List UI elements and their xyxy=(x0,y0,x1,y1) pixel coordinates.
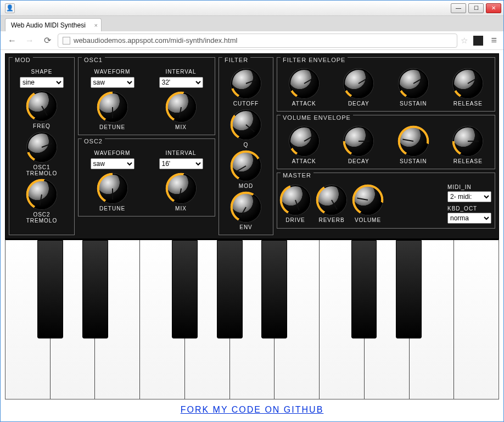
venv-attack-knob[interactable] xyxy=(289,126,319,156)
master-reverb-label: Reverb xyxy=(318,217,344,223)
fenv-decay-knob[interactable] xyxy=(344,69,373,98)
forward-button[interactable]: → xyxy=(23,34,37,48)
master-module: Master Drive Reverb Volume MIDI_IN 2- MI… xyxy=(277,173,495,229)
minimize-button[interactable]: — xyxy=(451,3,466,13)
mod-freq-control: Freq xyxy=(13,91,71,129)
filter-env-knob[interactable] xyxy=(231,192,261,222)
reload-button[interactable]: ⟳ xyxy=(40,34,54,48)
venv-decay-knob[interactable] xyxy=(344,126,373,156)
black-key[interactable] xyxy=(396,240,422,338)
osc1-interval-control: Interval 32' xyxy=(159,69,203,88)
github-link[interactable]: Fork my code on Github xyxy=(1,399,503,420)
volume-env-title: Volume Envelope xyxy=(281,114,353,121)
mod-freq-knob[interactable] xyxy=(27,91,57,121)
fenv-attack-label: Attack xyxy=(292,101,316,107)
user-icon[interactable]: 👤 xyxy=(5,3,15,13)
fenv-sustain-control: Sustain xyxy=(390,69,437,107)
osc2-title: OSC2 xyxy=(82,138,105,145)
browser-tab[interactable]: Web Audio MIDI Synthesi × xyxy=(5,18,102,31)
osc2-waveform-label: Waveform xyxy=(94,150,131,156)
nav-toolbar: ← → ⟳ webaudiodemos.appspot.com/midi-syn… xyxy=(1,31,503,50)
black-keys xyxy=(5,240,499,338)
osc1-interval-label: Interval xyxy=(166,69,197,75)
mod-module: MOD Shape sine Freq OSC1 Tremolo OSC2 Tr… xyxy=(9,57,75,235)
filter-cutoff-label: Cutoff xyxy=(233,101,259,107)
venv-attack-label: Attack xyxy=(292,158,316,164)
osc1-interval-select[interactable]: 32' xyxy=(159,77,203,88)
master-drive-label: Drive xyxy=(285,217,305,223)
mod-osc1trem-knob[interactable] xyxy=(27,132,57,162)
osc1-mix-label: Mix xyxy=(175,124,187,130)
venv-release-control: Release xyxy=(445,126,492,164)
fenv-release-control: Release xyxy=(445,69,492,107)
filter-q-control: Q xyxy=(222,110,270,148)
black-key[interactable] xyxy=(261,240,287,338)
black-key[interactable] xyxy=(217,240,243,338)
black-key[interactable] xyxy=(172,240,198,338)
mod-osc2trem-knob[interactable] xyxy=(27,180,57,209)
osc2-interval-select[interactable]: 16' xyxy=(159,158,203,169)
tab-title: Web Audio MIDI Synthesi xyxy=(11,21,86,29)
synth-panel: MOD Shape sine Freq OSC1 Tremolo OSC2 Tr… xyxy=(5,53,499,239)
osc1-mix-knob[interactable] xyxy=(166,92,196,122)
filter-q-knob[interactable] xyxy=(231,110,261,140)
master-drive-control: Drive xyxy=(281,185,310,223)
maximize-button[interactable]: ☐ xyxy=(468,3,484,13)
kbd-oct-select[interactable]: norma xyxy=(447,213,491,224)
piano-keyboard[interactable] xyxy=(5,239,499,399)
osc1-waveform-label: Waveform xyxy=(94,69,131,75)
close-button[interactable]: ✕ xyxy=(486,3,501,13)
menu-icon[interactable]: ≡ xyxy=(489,35,499,46)
venv-sustain-knob[interactable] xyxy=(399,126,428,156)
osc1-waveform-select[interactable]: saw xyxy=(91,77,135,88)
tab-bar: Web Audio MIDI Synthesi × xyxy=(1,16,503,31)
filter-module: Filter Cutoff Q Mod Env xyxy=(219,57,273,235)
osc2-detune-knob[interactable] xyxy=(98,174,127,203)
venv-release-knob[interactable] xyxy=(453,126,483,156)
extension-icon[interactable] xyxy=(473,36,483,46)
venv-release-label: Release xyxy=(453,158,483,164)
master-volume-knob[interactable] xyxy=(353,185,383,215)
osc2-waveform-select[interactable]: saw xyxy=(91,158,135,169)
fenv-decay-control: Decay xyxy=(335,69,383,107)
osc-column: OSC1 Waveform saw Interval 32' xyxy=(78,57,215,235)
mod-osc1trem-label: OSC1 Tremolo xyxy=(26,164,57,176)
osc1-detune-knob[interactable] xyxy=(98,92,127,122)
mod-osc2trem-control: OSC2 Tremolo xyxy=(13,180,71,224)
venv-attack-control: Attack xyxy=(281,126,328,164)
fenv-decay-label: Decay xyxy=(348,101,369,107)
mod-shape-select[interactable]: sine xyxy=(20,77,64,88)
fenv-attack-knob[interactable] xyxy=(289,69,319,98)
osc2-detune-control: Detune xyxy=(98,174,127,212)
page-content: MOD Shape sine Freq OSC1 Tremolo OSC2 Tr… xyxy=(1,50,503,421)
midi-in-label: MIDI_IN xyxy=(447,184,491,190)
back-button[interactable]: ← xyxy=(5,34,19,48)
url-bar[interactable]: webaudiodemos.appspot.com/midi-synth/ind… xyxy=(58,34,457,48)
black-key[interactable] xyxy=(37,240,63,338)
fenv-sustain-knob[interactable] xyxy=(399,69,428,98)
filter-cutoff-knob[interactable] xyxy=(231,69,261,98)
midi-in-select[interactable]: 2- MIDI: xyxy=(447,191,491,202)
master-reverb-knob[interactable] xyxy=(317,185,346,215)
osc2-mix-knob[interactable] xyxy=(166,174,196,203)
fenv-release-knob[interactable] xyxy=(453,69,483,98)
osc1-mix-control: Mix xyxy=(166,92,196,130)
osc2-mix-label: Mix xyxy=(175,206,187,212)
master-volume-label: Volume xyxy=(355,217,381,223)
black-key[interactable] xyxy=(351,240,377,338)
osc1-waveform-control: Waveform saw xyxy=(91,69,135,88)
filter-title: Filter xyxy=(222,57,250,63)
mod-freq-label: Freq xyxy=(33,123,51,129)
black-key[interactable] xyxy=(82,240,108,338)
osc1-title: OSC1 xyxy=(82,57,105,63)
bookmark-star-icon[interactable]: ☆ xyxy=(461,36,468,46)
filter-mod-knob[interactable] xyxy=(231,151,261,181)
tab-close-icon[interactable]: × xyxy=(94,22,97,29)
kbd-oct-label: KBD_OCT xyxy=(447,206,491,212)
filter-q-label: Q xyxy=(244,142,249,148)
master-drive-knob[interactable] xyxy=(281,185,310,215)
venv-decay-control: Decay xyxy=(335,126,383,164)
osc2-waveform-control: Waveform saw xyxy=(91,150,135,169)
osc2-interval-control: Interval 16' xyxy=(159,150,203,169)
browser-window: 👤 — ☐ ✕ Web Audio MIDI Synthesi × ← → ⟳ … xyxy=(0,0,504,422)
